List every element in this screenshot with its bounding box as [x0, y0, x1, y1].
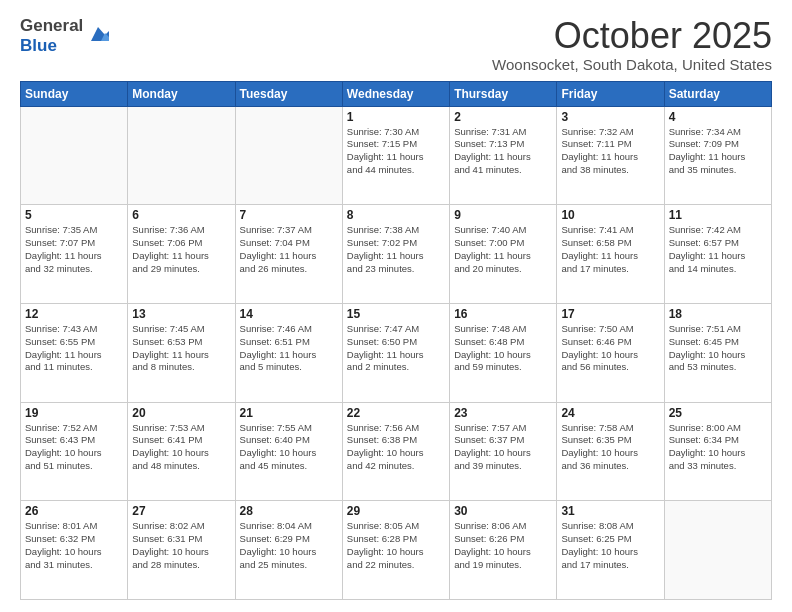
day-number: 9 — [454, 208, 552, 222]
day-number: 4 — [669, 110, 767, 124]
day-number: 31 — [561, 504, 659, 518]
day-number: 18 — [669, 307, 767, 321]
table-row: 6Sunrise: 7:36 AMSunset: 7:06 PMDaylight… — [128, 205, 235, 304]
day-info: Sunrise: 8:06 AMSunset: 6:26 PMDaylight:… — [454, 520, 552, 571]
day-info: Sunrise: 7:47 AMSunset: 6:50 PMDaylight:… — [347, 323, 445, 374]
table-row: 25Sunrise: 8:00 AMSunset: 6:34 PMDayligh… — [664, 402, 771, 501]
day-number: 19 — [25, 406, 123, 420]
col-sunday: Sunday — [21, 81, 128, 106]
table-row: 29Sunrise: 8:05 AMSunset: 6:28 PMDayligh… — [342, 501, 449, 600]
col-tuesday: Tuesday — [235, 81, 342, 106]
header: General Blue October 2025 Woonsocket, So… — [20, 16, 772, 73]
day-info: Sunrise: 7:45 AMSunset: 6:53 PMDaylight:… — [132, 323, 230, 374]
day-number: 17 — [561, 307, 659, 321]
table-row: 10Sunrise: 7:41 AMSunset: 6:58 PMDayligh… — [557, 205, 664, 304]
day-info: Sunrise: 7:37 AMSunset: 7:04 PMDaylight:… — [240, 224, 338, 275]
table-row: 1Sunrise: 7:30 AMSunset: 7:15 PMDaylight… — [342, 106, 449, 205]
day-number: 11 — [669, 208, 767, 222]
calendar-row-4: 26Sunrise: 8:01 AMSunset: 6:32 PMDayligh… — [21, 501, 772, 600]
day-number: 22 — [347, 406, 445, 420]
table-row: 12Sunrise: 7:43 AMSunset: 6:55 PMDayligh… — [21, 303, 128, 402]
page: General Blue October 2025 Woonsocket, So… — [0, 0, 792, 612]
day-number: 15 — [347, 307, 445, 321]
table-row: 30Sunrise: 8:06 AMSunset: 6:26 PMDayligh… — [450, 501, 557, 600]
day-number: 21 — [240, 406, 338, 420]
table-row: 21Sunrise: 7:55 AMSunset: 6:40 PMDayligh… — [235, 402, 342, 501]
day-info: Sunrise: 7:42 AMSunset: 6:57 PMDaylight:… — [669, 224, 767, 275]
day-info: Sunrise: 8:01 AMSunset: 6:32 PMDaylight:… — [25, 520, 123, 571]
day-info: Sunrise: 7:46 AMSunset: 6:51 PMDaylight:… — [240, 323, 338, 374]
table-row: 24Sunrise: 7:58 AMSunset: 6:35 PMDayligh… — [557, 402, 664, 501]
day-info: Sunrise: 8:00 AMSunset: 6:34 PMDaylight:… — [669, 422, 767, 473]
table-row: 4Sunrise: 7:34 AMSunset: 7:09 PMDaylight… — [664, 106, 771, 205]
table-row: 15Sunrise: 7:47 AMSunset: 6:50 PMDayligh… — [342, 303, 449, 402]
day-number: 13 — [132, 307, 230, 321]
day-info: Sunrise: 7:35 AMSunset: 7:07 PMDaylight:… — [25, 224, 123, 275]
day-info: Sunrise: 7:50 AMSunset: 6:46 PMDaylight:… — [561, 323, 659, 374]
calendar-header-row: Sunday Monday Tuesday Wednesday Thursday… — [21, 81, 772, 106]
table-row: 22Sunrise: 7:56 AMSunset: 6:38 PMDayligh… — [342, 402, 449, 501]
table-row: 9Sunrise: 7:40 AMSunset: 7:00 PMDaylight… — [450, 205, 557, 304]
table-row: 7Sunrise: 7:37 AMSunset: 7:04 PMDaylight… — [235, 205, 342, 304]
table-row: 2Sunrise: 7:31 AMSunset: 7:13 PMDaylight… — [450, 106, 557, 205]
day-info: Sunrise: 7:53 AMSunset: 6:41 PMDaylight:… — [132, 422, 230, 473]
day-number: 20 — [132, 406, 230, 420]
day-info: Sunrise: 8:08 AMSunset: 6:25 PMDaylight:… — [561, 520, 659, 571]
day-number: 16 — [454, 307, 552, 321]
table-row: 18Sunrise: 7:51 AMSunset: 6:45 PMDayligh… — [664, 303, 771, 402]
day-info: Sunrise: 7:57 AMSunset: 6:37 PMDaylight:… — [454, 422, 552, 473]
month-title: October 2025 — [492, 16, 772, 56]
calendar-row-0: 1Sunrise: 7:30 AMSunset: 7:15 PMDaylight… — [21, 106, 772, 205]
table-row: 13Sunrise: 7:45 AMSunset: 6:53 PMDayligh… — [128, 303, 235, 402]
table-row: 8Sunrise: 7:38 AMSunset: 7:02 PMDaylight… — [342, 205, 449, 304]
table-row: 5Sunrise: 7:35 AMSunset: 7:07 PMDaylight… — [21, 205, 128, 304]
table-row — [21, 106, 128, 205]
calendar-row-2: 12Sunrise: 7:43 AMSunset: 6:55 PMDayligh… — [21, 303, 772, 402]
col-friday: Friday — [557, 81, 664, 106]
table-row: 23Sunrise: 7:57 AMSunset: 6:37 PMDayligh… — [450, 402, 557, 501]
table-row: 3Sunrise: 7:32 AMSunset: 7:11 PMDaylight… — [557, 106, 664, 205]
calendar-row-3: 19Sunrise: 7:52 AMSunset: 6:43 PMDayligh… — [21, 402, 772, 501]
day-info: Sunrise: 7:32 AMSunset: 7:11 PMDaylight:… — [561, 126, 659, 177]
day-info: Sunrise: 7:43 AMSunset: 6:55 PMDaylight:… — [25, 323, 123, 374]
table-row: 11Sunrise: 7:42 AMSunset: 6:57 PMDayligh… — [664, 205, 771, 304]
col-wednesday: Wednesday — [342, 81, 449, 106]
day-info: Sunrise: 7:41 AMSunset: 6:58 PMDaylight:… — [561, 224, 659, 275]
title-block: October 2025 Woonsocket, South Dakota, U… — [492, 16, 772, 73]
day-info: Sunrise: 8:05 AMSunset: 6:28 PMDaylight:… — [347, 520, 445, 571]
col-saturday: Saturday — [664, 81, 771, 106]
logo-blue: Blue — [20, 36, 83, 56]
day-info: Sunrise: 7:31 AMSunset: 7:13 PMDaylight:… — [454, 126, 552, 177]
calendar-row-1: 5Sunrise: 7:35 AMSunset: 7:07 PMDaylight… — [21, 205, 772, 304]
day-info: Sunrise: 7:52 AMSunset: 6:43 PMDaylight:… — [25, 422, 123, 473]
day-number: 14 — [240, 307, 338, 321]
day-info: Sunrise: 7:51 AMSunset: 6:45 PMDaylight:… — [669, 323, 767, 374]
day-number: 25 — [669, 406, 767, 420]
day-info: Sunrise: 8:02 AMSunset: 6:31 PMDaylight:… — [132, 520, 230, 571]
day-number: 12 — [25, 307, 123, 321]
day-number: 23 — [454, 406, 552, 420]
table-row — [235, 106, 342, 205]
day-info: Sunrise: 7:34 AMSunset: 7:09 PMDaylight:… — [669, 126, 767, 177]
table-row: 14Sunrise: 7:46 AMSunset: 6:51 PMDayligh… — [235, 303, 342, 402]
day-number: 1 — [347, 110, 445, 124]
location: Woonsocket, South Dakota, United States — [492, 56, 772, 73]
day-info: Sunrise: 7:48 AMSunset: 6:48 PMDaylight:… — [454, 323, 552, 374]
table-row: 16Sunrise: 7:48 AMSunset: 6:48 PMDayligh… — [450, 303, 557, 402]
day-number: 6 — [132, 208, 230, 222]
day-number: 2 — [454, 110, 552, 124]
day-number: 7 — [240, 208, 338, 222]
logo-general: General — [20, 16, 83, 36]
table-row: 28Sunrise: 8:04 AMSunset: 6:29 PMDayligh… — [235, 501, 342, 600]
day-number: 24 — [561, 406, 659, 420]
calendar-table: Sunday Monday Tuesday Wednesday Thursday… — [20, 81, 772, 600]
day-info: Sunrise: 7:56 AMSunset: 6:38 PMDaylight:… — [347, 422, 445, 473]
day-number: 26 — [25, 504, 123, 518]
table-row: 31Sunrise: 8:08 AMSunset: 6:25 PMDayligh… — [557, 501, 664, 600]
table-row: 17Sunrise: 7:50 AMSunset: 6:46 PMDayligh… — [557, 303, 664, 402]
day-info: Sunrise: 7:40 AMSunset: 7:00 PMDaylight:… — [454, 224, 552, 275]
col-thursday: Thursday — [450, 81, 557, 106]
day-number: 30 — [454, 504, 552, 518]
logo-icon — [87, 23, 109, 45]
col-monday: Monday — [128, 81, 235, 106]
